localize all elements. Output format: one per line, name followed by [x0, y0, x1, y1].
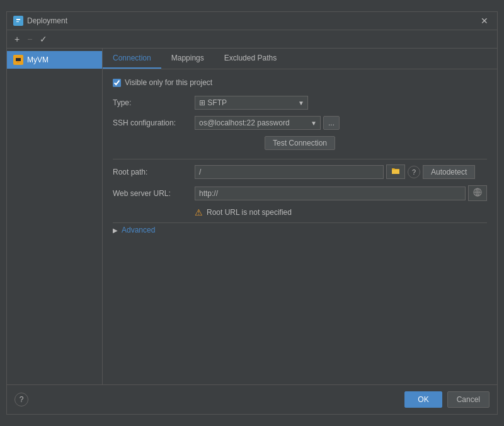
- tab-connection[interactable]: Connection: [103, 49, 161, 69]
- deployment-icon: [13, 16, 23, 26]
- root-path-group: ? Autodetect: [195, 164, 487, 179]
- svg-rect-4: [17, 62, 20, 62]
- tab-mappings[interactable]: Mappings: [161, 49, 214, 69]
- add-button[interactable]: +: [12, 33, 22, 45]
- ssh-label: SSH configuration:: [113, 118, 195, 127]
- type-select-wrapper: ⊞ SFTP FTP Local or mounted folder ▼: [195, 96, 308, 110]
- autodetect-button[interactable]: Autodetect: [423, 165, 475, 179]
- sidebar: MyVM: [7, 49, 103, 384]
- cancel-button[interactable]: Cancel: [447, 391, 490, 408]
- svg-rect-0: [15, 18, 21, 24]
- title-bar-left: Deployment: [13, 16, 67, 26]
- bottom-buttons: OK Cancel: [404, 391, 490, 408]
- main-content: MyVM Connection Mappings Excluded Paths: [7, 49, 497, 384]
- browse-button[interactable]: [386, 164, 405, 179]
- type-label: Type:: [113, 98, 195, 107]
- advanced-arrow-icon: ▶: [113, 227, 118, 234]
- connection-panel: Visible only for this project Type: ⊞ SF…: [103, 69, 497, 384]
- type-select[interactable]: ⊞ SFTP FTP Local or mounted folder: [195, 96, 308, 110]
- divider-1: [113, 159, 487, 159]
- bottom-bar: ? OK Cancel: [7, 384, 497, 414]
- root-path-label: Root path:: [113, 168, 195, 176]
- tab-excluded-paths[interactable]: Excluded Paths: [214, 49, 287, 69]
- ok-button[interactable]: OK: [404, 391, 442, 408]
- svg-rect-5: [16, 58, 21, 61]
- help-button[interactable]: ?: [14, 393, 28, 406]
- web-server-url-input[interactable]: [195, 187, 466, 200]
- test-connection-row: Test Connection: [113, 136, 487, 150]
- visible-only-label: Visible only for this project: [125, 78, 212, 87]
- vm-icon: [13, 55, 23, 65]
- toolbar: + − ✓: [7, 30, 497, 49]
- test-connection-button[interactable]: Test Connection: [265, 136, 335, 150]
- content-area: Connection Mappings Excluded Paths Visib…: [103, 49, 497, 384]
- advanced-label[interactable]: Advanced: [122, 226, 155, 234]
- svg-rect-2: [16, 21, 19, 22]
- close-button[interactable]: ✕: [478, 16, 491, 25]
- type-row: Type: ⊞ SFTP FTP Local or mounted folder…: [113, 96, 487, 110]
- help-root-path-icon: ?: [412, 168, 416, 176]
- help-root-path-button[interactable]: ?: [408, 166, 420, 178]
- visible-only-checkbox[interactable]: [113, 79, 121, 87]
- advanced-row[interactable]: ▶ Advanced: [113, 222, 487, 237]
- warning-row: ⚠ Root URL is not specified: [195, 207, 487, 217]
- warning-icon: ⚠: [195, 207, 203, 217]
- ssh-select-wrapper: os@localhost:22 password ▼: [195, 116, 321, 130]
- ssh-row: SSH configuration: os@localhost:22 passw…: [113, 116, 487, 130]
- check-button[interactable]: ✓: [37, 33, 50, 45]
- globe-icon: [473, 188, 482, 199]
- help-icon: ?: [20, 395, 24, 404]
- ssh-group: os@localhost:22 password ▼ ...: [195, 116, 340, 130]
- remove-button[interactable]: −: [25, 33, 35, 45]
- root-path-input[interactable]: [195, 165, 384, 179]
- title-bar: Deployment ✕: [7, 12, 497, 30]
- ssh-more-button[interactable]: ...: [323, 116, 340, 130]
- root-path-row: Root path: ? Autodetect: [113, 164, 487, 179]
- folder-icon: [391, 167, 400, 176]
- sidebar-item-myvm[interactable]: MyVM: [7, 51, 102, 69]
- deployment-dialog: Deployment ✕ + − ✓ MyVM Connection: [6, 11, 498, 415]
- warning-text: Root URL is not specified: [207, 208, 292, 217]
- url-group: [195, 185, 487, 201]
- globe-button[interactable]: [468, 185, 487, 201]
- sidebar-item-label: MyVM: [27, 55, 49, 64]
- tabs: Connection Mappings Excluded Paths: [103, 49, 497, 69]
- ssh-select[interactable]: os@localhost:22 password: [195, 116, 321, 130]
- web-server-label: Web server URL:: [113, 189, 195, 198]
- web-server-row: Web server URL:: [113, 185, 487, 201]
- dialog-title: Deployment: [27, 16, 67, 25]
- visible-only-row: Visible only for this project: [113, 78, 487, 87]
- svg-rect-1: [16, 19, 20, 20]
